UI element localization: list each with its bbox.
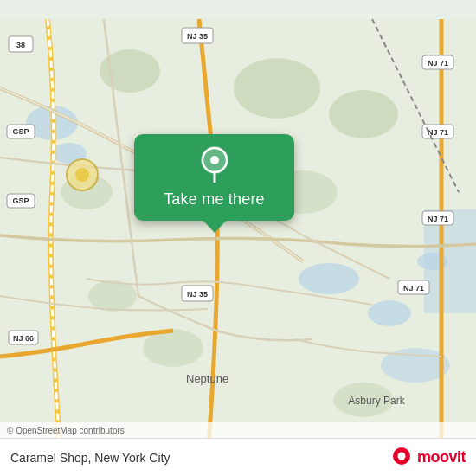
svg-point-9 — [329, 90, 398, 138]
svg-text:NJ 35: NJ 35 — [187, 290, 208, 299]
bottom-bar: Caramel Shop, New York City moovit — [0, 438, 476, 476]
svg-text:NJ 66: NJ 66 — [13, 334, 34, 343]
svg-text:NJ 71: NJ 71 — [403, 284, 424, 293]
svg-text:GSP: GSP — [12, 127, 29, 136]
map-container: NJ 35 NJ 35 38 GSP GSP NJ 71 NJ 71 NJ 71… — [0, 0, 476, 476]
svg-text:38: 38 — [16, 41, 25, 49]
location-pin-icon — [199, 145, 230, 185]
map-background: NJ 35 NJ 35 38 GSP GSP NJ 71 NJ 71 NJ 71… — [0, 0, 476, 476]
moovit-logo: moovit — [389, 446, 466, 470]
svg-point-17 — [75, 168, 89, 182]
svg-point-14 — [88, 280, 137, 312]
svg-text:NJ 71: NJ 71 — [428, 215, 448, 223]
svg-text:Asbury Park: Asbury Park — [348, 395, 405, 407]
svg-point-4 — [368, 300, 411, 326]
location-label: Caramel Shop, New York City — [10, 451, 170, 465]
attribution-text: © OpenStreetMap contributors — [7, 426, 125, 435]
take-me-there-button[interactable]: Take me there — [134, 134, 294, 221]
take-me-there-label: Take me there — [164, 190, 265, 209]
svg-point-43 — [210, 156, 219, 164]
moovit-text: moovit — [417, 448, 466, 466]
svg-text:NJ 35: NJ 35 — [187, 32, 208, 41]
svg-point-3 — [299, 263, 359, 294]
svg-text:Neptune: Neptune — [186, 372, 228, 385]
svg-text:GSP: GSP — [12, 196, 29, 205]
svg-text:NJ 71: NJ 71 — [428, 59, 448, 68]
svg-point-46 — [397, 452, 405, 460]
moovit-brand-icon — [389, 446, 414, 470]
copyright-bar: © OpenStreetMap contributors — [0, 422, 476, 438]
svg-point-8 — [234, 58, 320, 119]
